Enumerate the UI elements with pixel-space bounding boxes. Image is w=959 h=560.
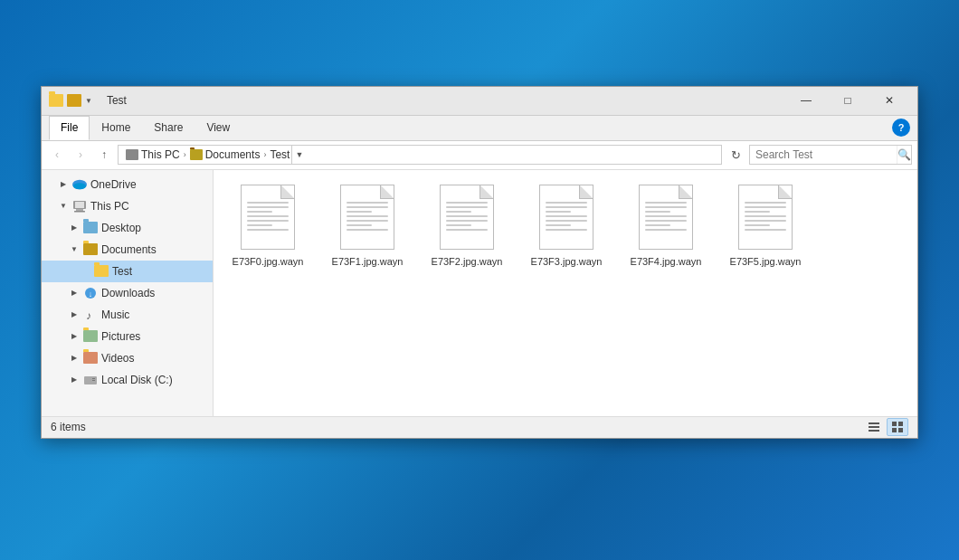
expand-arrow-downloads[interactable]: [69, 288, 80, 299]
downloads-icon: ↓: [83, 287, 98, 299]
test-folder-icon: [94, 265, 109, 278]
search-button[interactable]: 🔍: [897, 146, 911, 164]
path-segment-thispc[interactable]: This PC: [124, 148, 182, 161]
file-name: E73F1.jpg.wayn: [332, 255, 404, 268]
videos-icon: [83, 352, 98, 365]
expand-arrow-onedrive[interactable]: [58, 179, 69, 190]
status-bar: 6 items: [42, 416, 917, 438]
svg-rect-12: [869, 422, 879, 424]
tab-share[interactable]: Share: [142, 116, 195, 140]
sidebar-label-documents: Documents: [101, 243, 157, 256]
sidebar-item-videos[interactable]: Videos: [42, 347, 213, 369]
file-name: E73F3.jpg.wayn: [531, 255, 603, 268]
address-path[interactable]: This PC › Documents › Test ▼: [118, 145, 722, 165]
svg-rect-14: [869, 430, 879, 432]
large-icons-view-button[interactable]: [887, 418, 908, 436]
svg-rect-11: [92, 380, 95, 381]
maximize-button[interactable]: □: [827, 86, 869, 115]
file-name: E73F0.jpg.wayn: [233, 255, 304, 268]
explorer-window: ▼ Test — □ ✕ File Home Share View ? ‹ › …: [41, 86, 918, 439]
main-area: OneDrive This PC Desktop: [42, 170, 917, 416]
sidebar: OneDrive This PC Desktop: [42, 170, 214, 416]
expand-arrow-desktop[interactable]: [69, 223, 80, 233]
address-dropdown[interactable]: ▼: [291, 145, 306, 165]
back-button[interactable]: ‹: [47, 145, 67, 165]
path-segment-test[interactable]: Test: [268, 148, 291, 161]
sidebar-item-music[interactable]: ♪ Music: [42, 304, 213, 326]
help-button[interactable]: ?: [892, 119, 910, 137]
svg-point-1: [73, 183, 86, 189]
file-name: E73F4.jpg.wayn: [631, 255, 702, 268]
path-arrow-2: ›: [263, 150, 266, 159]
window-title: Test: [107, 94, 785, 107]
expand-arrow-test: [80, 266, 90, 277]
sidebar-item-documents[interactable]: Documents: [42, 239, 213, 261]
onedrive-icon: [72, 178, 87, 191]
minimize-button[interactable]: —: [785, 86, 827, 115]
file-icon: [539, 185, 593, 250]
sidebar-item-onedrive[interactable]: OneDrive: [42, 174, 213, 195]
title-bar: ▼ Test — □ ✕: [42, 87, 917, 116]
sidebar-label-pictures: Pictures: [101, 330, 140, 343]
window-controls: — □ ✕: [785, 86, 910, 115]
view-controls: [863, 418, 908, 436]
quick-access-icon: [67, 93, 81, 108]
file-icon: [440, 185, 494, 250]
path-segment-documents[interactable]: Documents: [188, 148, 262, 161]
title-dropdown-arrow[interactable]: ▼: [85, 97, 92, 105]
file-item[interactable]: E73F2.jpg.wayn: [422, 179, 512, 273]
ribbon-tabs: File Home Share View ?: [42, 116, 917, 141]
file-item[interactable]: E73F5.jpg.wayn: [720, 179, 811, 273]
forward-button[interactable]: ›: [71, 145, 90, 165]
expand-arrow-music[interactable]: [69, 309, 80, 320]
sidebar-item-pictures[interactable]: Pictures: [42, 326, 213, 347]
file-icon: [639, 185, 693, 250]
tab-view[interactable]: View: [195, 116, 242, 140]
file-icon: [738, 185, 793, 250]
svg-rect-17: [892, 428, 897, 432]
sidebar-item-downloads[interactable]: ↓ Downloads: [42, 282, 213, 304]
sidebar-item-thispc[interactable]: This PC: [42, 195, 213, 217]
file-item[interactable]: E73F4.jpg.wayn: [621, 179, 711, 273]
svg-rect-15: [892, 422, 897, 426]
close-button[interactable]: ✕: [869, 86, 910, 115]
sidebar-item-localdisk[interactable]: Local Disk (C:): [42, 369, 213, 391]
refresh-button[interactable]: ↻: [726, 145, 745, 165]
item-count: 6 items: [51, 421, 86, 433]
file-item[interactable]: E73F0.jpg.wayn: [223, 179, 313, 273]
svg-rect-4: [76, 209, 83, 211]
up-button[interactable]: ↑: [94, 145, 114, 165]
expand-arrow-pictures[interactable]: [69, 331, 80, 342]
localdisk-icon: [83, 374, 98, 386]
pictures-icon: [83, 330, 98, 343]
svg-rect-3: [75, 202, 84, 208]
sidebar-label-music: Music: [101, 308, 129, 321]
search-box[interactable]: 🔍: [749, 145, 912, 165]
file-icon: [241, 185, 295, 250]
file-item[interactable]: E73F1.jpg.wayn: [322, 179, 413, 273]
details-view-button[interactable]: [863, 418, 885, 436]
sidebar-label-localdisk: Local Disk (C:): [101, 374, 173, 386]
sidebar-item-desktop[interactable]: Desktop: [42, 217, 213, 239]
desktop-icon: [83, 222, 98, 234]
svg-rect-10: [92, 378, 95, 379]
tab-home[interactable]: Home: [90, 116, 142, 140]
file-item[interactable]: E73F3.jpg.wayn: [521, 179, 612, 273]
sidebar-label-downloads: Downloads: [101, 287, 155, 299]
sidebar-label-desktop: Desktop: [101, 222, 141, 234]
svg-rect-5: [74, 211, 85, 213]
search-input[interactable]: [750, 148, 897, 161]
expand-arrow-thispc[interactable]: [58, 201, 69, 212]
address-bar: ‹ › ↑ This PC › Documents › Test ▼ ↻ 🔍: [42, 141, 917, 170]
tab-file[interactable]: File: [49, 116, 90, 140]
expand-arrow-localdisk[interactable]: [69, 375, 80, 385]
svg-rect-16: [898, 422, 903, 426]
file-icon: [340, 185, 394, 250]
music-icon: ♪: [83, 308, 98, 321]
expand-arrow-videos[interactable]: [69, 353, 80, 364]
expand-arrow-documents[interactable]: [69, 244, 80, 255]
thispc-icon: [72, 200, 87, 213]
file-name: E73F5.jpg.wayn: [730, 255, 802, 268]
sidebar-item-test[interactable]: Test: [42, 261, 213, 282]
sidebar-label-test: Test: [112, 265, 132, 278]
